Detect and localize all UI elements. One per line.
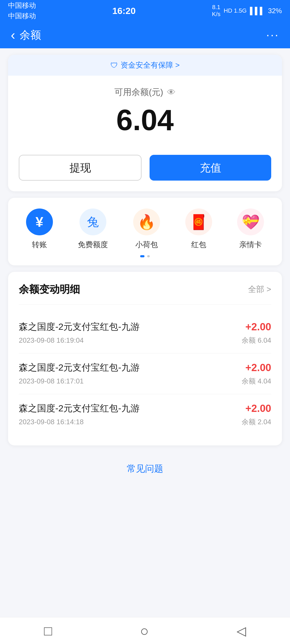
withdraw-button[interactable]: 提现 [19,155,142,181]
transaction-balance-2: 余额 4.04 [242,376,271,386]
menu-item-free-quota[interactable]: 兔 免费额度 [78,208,108,250]
eye-icon[interactable]: 👁 [167,87,176,97]
transfer-icon: ¥ [26,208,53,235]
transaction-header: 余额变动明细 全部 > [19,283,271,296]
shield-icon: 🛡 [110,61,118,70]
balance-label-text: 可用余额(元) [114,86,163,98]
security-text: 资金安全有保障 > [121,60,180,70]
small-bag-label: 小荷包 [135,240,158,250]
transfer-label: 转账 [32,240,47,250]
transaction-row-bottom-1: 2023-09-08 16:19:04 余额 6.04 [19,336,271,345]
transaction-divider [19,304,271,305]
menu-item-transfer[interactable]: ¥ 转账 [26,208,53,250]
dot-inactive [147,255,150,257]
transaction-balance-3: 余额 2.04 [242,417,271,427]
transaction-balance-1: 余额 6.04 [242,336,271,345]
signal-bars: ▌▌▌ [250,7,265,15]
back-button[interactable]: ‹ 余额 [11,27,41,43]
transaction-row-bottom-3: 2023-09-08 16:14:18 余额 2.04 [19,417,271,427]
time-display: 16:20 [112,6,136,16]
transaction-row-bottom-2: 2023-09-08 16:17:01 余额 4.04 [19,376,271,386]
nav-back-icon[interactable]: ◁ [237,624,246,638]
balance-card: 🛡 资金安全有保障 > 可用余额(元) 👁 6.04 提现 充值 [8,55,282,191]
security-banner[interactable]: 🛡 资金安全有保障 > [8,55,282,76]
transaction-time-3: 2023-09-08 16:14:18 [19,418,84,426]
balance-amount: 6.04 [24,104,266,136]
transaction-card: 余额变动明细 全部 > 森之国度-2元支付宝红包-九游 +2.00 2023-0… [8,272,282,445]
carrier2-label: 中国移动 [8,11,36,21]
transaction-name-3: 森之国度-2元支付宝红包-九游 [19,402,140,415]
transaction-amount-1: +2.00 [245,321,271,333]
dot-active [140,255,144,257]
transaction-row-top-2: 森之国度-2元支付宝红包-九游 +2.00 [19,361,271,374]
status-right: 8.1 K/s HD 1.5G ▌▌▌ 32% [212,4,282,18]
view-all-button[interactable]: 全部 > [248,284,271,295]
faq-section[interactable]: 常见问题 [0,452,290,486]
transaction-item[interactable]: 森之国度-2元支付宝红包-九游 +2.00 2023-09-08 16:14:1… [19,394,271,435]
menu-item-small-bag[interactable]: 🔥 小荷包 [133,208,160,250]
small-bag-icon: 🔥 [133,208,160,235]
red-packet-icon: 🧧 [185,208,212,235]
nav-circle-icon[interactable]: ○ [140,623,149,639]
icon-menu-card: ¥ 转账 兔 免费额度 🔥 小荷包 🧧 红包 💝 [8,198,282,265]
icon-menu: ¥ 转账 兔 免费额度 🔥 小荷包 🧧 红包 💝 [13,208,277,250]
back-chevron: ‹ [11,27,15,43]
red-packet-label: 红包 [191,240,206,250]
transaction-row-top-3: 森之国度-2元支付宝红包-九游 +2.00 [19,402,271,415]
action-buttons: 提现 充值 [8,141,282,181]
balance-section: 可用余额(元) 👁 6.04 [8,76,282,141]
page-header: ‹ 余额 ··· [0,21,290,48]
free-quota-label: 免费额度 [78,240,108,250]
transaction-amount-3: +2.00 [245,403,271,414]
transaction-item[interactable]: 森之国度-2元支付宝红包-九游 +2.00 2023-09-08 16:19:0… [19,313,271,353]
nav-square-icon[interactable]: □ [44,623,52,639]
transaction-item[interactable]: 森之国度-2元支付宝红包-九游 +2.00 2023-09-08 16:17:0… [19,353,271,394]
recharge-button[interactable]: 充值 [150,155,271,181]
carousel-indicators [13,255,277,257]
free-quota-icon: 兔 [79,208,106,235]
menu-item-red-packet[interactable]: 🧧 红包 [185,208,212,250]
bottom-navigation: □ ○ ◁ [0,617,290,644]
network-type: HD 1.5G [224,7,247,14]
balance-label: 可用余额(元) 👁 [24,86,266,98]
family-card-label: 亲情卡 [239,240,262,250]
page-title: 余额 [20,28,41,42]
network-speed: 8.1 K/s [212,4,220,18]
family-card-icon: 💝 [237,208,264,235]
transaction-time-2: 2023-09-08 16:17:01 [19,377,84,385]
faq-label[interactable]: 常见问题 [127,463,163,474]
transaction-name-2: 森之国度-2元支付宝红包-九游 [19,361,140,374]
carrier-info: 中国移动 中国移动 [8,1,36,21]
transaction-name-1: 森之国度-2元支付宝红包-九游 [19,321,140,333]
transaction-row-top-1: 森之国度-2元支付宝红包-九游 +2.00 [19,321,271,333]
status-bar: 中国移动 中国移动 16:20 8.1 K/s HD 1.5G ▌▌▌ 32% [0,0,290,21]
battery-indicator: 32% [268,7,282,15]
menu-item-family-card[interactable]: 💝 亲情卡 [237,208,264,250]
more-button[interactable]: ··· [266,28,279,42]
transaction-time-1: 2023-09-08 16:19:04 [19,336,84,345]
transaction-title: 余额变动明细 [19,283,80,296]
transaction-amount-2: +2.00 [245,362,271,374]
carrier1-label: 中国移动 [8,1,36,10]
